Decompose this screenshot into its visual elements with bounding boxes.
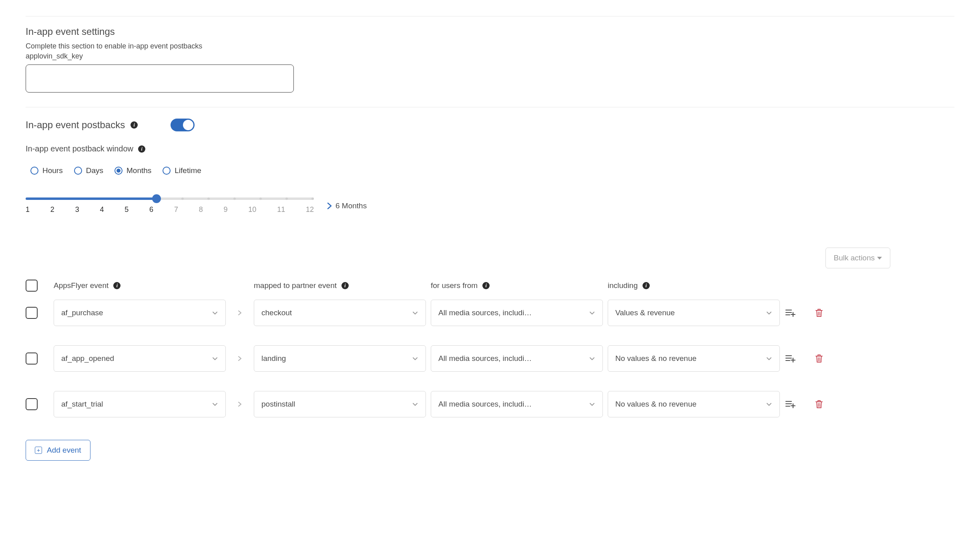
partner-event-select[interactable]: postinstall bbox=[254, 391, 426, 417]
slider-tick: 3 bbox=[75, 205, 79, 214]
event-settings-section: In-app event settings Complete this sect… bbox=[26, 26, 954, 93]
sdk-key-label: applovin_sdk_key bbox=[26, 52, 954, 60]
partner-event-select[interactable]: checkout bbox=[254, 300, 426, 326]
table-row: af_start_trialpostinstallAll media sourc… bbox=[26, 391, 954, 417]
chevron-down-icon bbox=[212, 401, 218, 407]
postbacks-section: In-app event postbacks i In-app event po… bbox=[26, 119, 954, 214]
add-mapping-icon[interactable] bbox=[785, 399, 796, 410]
slider-tick: 2 bbox=[50, 205, 54, 214]
partner-event-select-value: landing bbox=[261, 354, 286, 363]
slider-dot bbox=[311, 197, 314, 200]
radio-lifetime[interactable]: Lifetime bbox=[163, 166, 201, 175]
plus-icon: + bbox=[35, 447, 42, 454]
appsflyer-event-select[interactable]: af_start_trial bbox=[54, 391, 226, 417]
chevron-down-icon bbox=[212, 310, 218, 316]
appsflyer-event-select-value: af_start_trial bbox=[61, 400, 103, 409]
section-divider bbox=[26, 107, 954, 107]
partner-event-select[interactable]: landing bbox=[254, 345, 426, 372]
chevron-down-icon bbox=[589, 310, 595, 316]
chevron-right-icon bbox=[231, 355, 249, 362]
appsflyer-event-select[interactable]: af_app_opened bbox=[54, 345, 226, 372]
caret-down-icon bbox=[877, 257, 882, 260]
users-from-select-value: All media sources, includi… bbox=[438, 308, 532, 317]
delete-row-icon[interactable] bbox=[813, 307, 825, 318]
info-icon[interactable]: i bbox=[482, 282, 490, 289]
slider-readout: 6 Months bbox=[327, 201, 367, 210]
including-select[interactable]: Values & revenue bbox=[608, 300, 780, 326]
bulk-actions-dropdown[interactable]: Bulk actions bbox=[825, 248, 890, 268]
top-divider bbox=[26, 16, 954, 16]
slider-tick: 1 bbox=[26, 205, 30, 214]
row-checkbox[interactable] bbox=[26, 398, 38, 410]
slider-dot bbox=[181, 197, 184, 200]
slider-dot bbox=[233, 197, 236, 200]
table-row: af_app_openedlandingAll media sources, i… bbox=[26, 345, 954, 372]
chevron-right-icon bbox=[231, 401, 249, 407]
slider-dot bbox=[259, 197, 262, 200]
chevron-down-icon bbox=[589, 401, 595, 407]
slider-tick: 11 bbox=[277, 205, 285, 214]
slider-track bbox=[26, 197, 314, 200]
chevron-down-icon bbox=[212, 355, 218, 362]
row-checkbox[interactable] bbox=[26, 353, 38, 365]
sdk-key-input[interactable] bbox=[26, 64, 294, 93]
select-all-checkbox[interactable] bbox=[26, 280, 38, 292]
add-mapping-icon[interactable] bbox=[785, 307, 796, 318]
chevron-down-icon bbox=[766, 355, 772, 362]
slider-thumb[interactable] bbox=[152, 194, 161, 203]
slider-tick: 7 bbox=[174, 205, 178, 214]
bulk-actions-label: Bulk actions bbox=[834, 254, 875, 262]
radio-months[interactable]: Months bbox=[114, 166, 151, 175]
appsflyer-event-select-value: af_purchase bbox=[61, 308, 103, 317]
partner-event-select-value: postinstall bbox=[261, 400, 295, 409]
delete-row-icon[interactable] bbox=[813, 353, 825, 364]
slider-tick: 6 bbox=[149, 205, 153, 214]
add-mapping-icon[interactable] bbox=[785, 353, 796, 364]
chevron-down-icon bbox=[412, 401, 418, 407]
including-select-value: Values & revenue bbox=[615, 308, 675, 317]
chevron-down-icon bbox=[766, 310, 772, 316]
postbacks-title: In-app event postbacks bbox=[26, 119, 125, 131]
info-icon[interactable]: i bbox=[643, 282, 650, 289]
info-icon[interactable]: i bbox=[113, 282, 120, 289]
radio-label: Hours bbox=[42, 166, 63, 175]
users-from-select-value: All media sources, includi… bbox=[438, 354, 532, 363]
radio-label: Days bbox=[86, 166, 103, 175]
appsflyer-event-select[interactable]: af_purchase bbox=[54, 300, 226, 326]
toggle-knob bbox=[183, 120, 193, 130]
slider-dot bbox=[207, 197, 210, 200]
postback-window-slider[interactable]: 123456789101112 bbox=[26, 197, 314, 214]
slider-tick: 10 bbox=[248, 205, 256, 214]
radio-circle-icon bbox=[30, 167, 38, 175]
th-partner-event: mapped to partner event bbox=[254, 281, 337, 290]
row-checkbox[interactable] bbox=[26, 307, 38, 319]
delete-row-icon[interactable] bbox=[813, 399, 825, 410]
postbacks-toggle[interactable] bbox=[171, 119, 195, 131]
slider-tick: 4 bbox=[100, 205, 104, 214]
radio-label: Months bbox=[127, 166, 151, 175]
including-select-value: No values & no revenue bbox=[615, 354, 697, 363]
add-event-label: Add event bbox=[47, 446, 81, 455]
slider-tick: 9 bbox=[224, 205, 228, 214]
radio-days[interactable]: Days bbox=[74, 166, 103, 175]
info-icon[interactable]: i bbox=[138, 145, 145, 153]
radio-circle-icon bbox=[114, 167, 122, 175]
users-from-select[interactable]: All media sources, includi… bbox=[431, 345, 603, 372]
info-icon[interactable]: i bbox=[131, 121, 138, 129]
including-select[interactable]: No values & no revenue bbox=[608, 391, 780, 417]
radio-dot-icon bbox=[116, 169, 120, 173]
add-event-button[interactable]: + Add event bbox=[26, 440, 90, 461]
slider-readout-text: 6 Months bbox=[335, 201, 367, 210]
radio-label: Lifetime bbox=[175, 166, 201, 175]
slider-tick: 8 bbox=[199, 205, 203, 214]
slider-tick: 5 bbox=[125, 205, 129, 214]
slider-fill bbox=[26, 197, 157, 200]
chevron-down-icon bbox=[412, 310, 418, 316]
th-including: including bbox=[608, 281, 638, 290]
including-select[interactable]: No values & no revenue bbox=[608, 345, 780, 372]
postback-window-label: In-app event postback window bbox=[26, 144, 133, 153]
radio-hours[interactable]: Hours bbox=[30, 166, 63, 175]
users-from-select[interactable]: All media sources, includi… bbox=[431, 391, 603, 417]
users-from-select[interactable]: All media sources, includi… bbox=[431, 300, 603, 326]
info-icon[interactable]: i bbox=[341, 282, 349, 289]
